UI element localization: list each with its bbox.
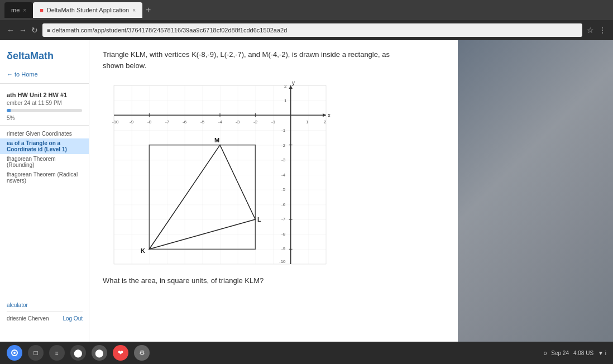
back-to-home-link[interactable]: ← to Home: [0, 69, 89, 80]
x-axis-label: x: [328, 112, 331, 118]
taskbar-icons: □ ≡ ⬤ ⬤ ❤ ⚙: [7, 345, 150, 361]
svg-point-35: [13, 352, 16, 354]
progress-label: 5%: [0, 114, 89, 122]
svg-text:-2: -2: [281, 143, 286, 148]
main-panel: Triangle KLM, with vertices K(-8,-9), L(…: [89, 40, 458, 342]
sidebar-bottom: alculator driesnie Cherven Log Out: [0, 299, 89, 325]
svg-text:-5: -5: [200, 119, 205, 124]
tab-me-close[interactable]: ×: [23, 7, 26, 13]
refresh-button[interactable]: ↻: [31, 26, 38, 35]
sidebar-divider-1: [0, 83, 89, 84]
chrome-icon[interactable]: [7, 345, 22, 361]
svg-text:-10: -10: [112, 119, 119, 124]
tab-deltamath-close[interactable]: ×: [132, 7, 136, 13]
progress-bar: [7, 109, 82, 112]
vertex-k-label: K: [141, 247, 145, 254]
tab-me-label: me: [11, 7, 20, 13]
tab-deltamath[interactable]: ■ DeltaMath Student Application ×: [33, 2, 142, 18]
taskbar-time: 4:08 US: [573, 350, 593, 356]
tab-bar: me × ■ DeltaMath Student Application × +: [0, 0, 613, 20]
address-bar: ← → ↻ ☆ ⋮: [0, 20, 613, 40]
svg-text:1: 1: [306, 119, 309, 124]
svg-text:-1: -1: [271, 119, 276, 124]
svg-text:-9: -9: [130, 119, 134, 124]
sidebar-divider-3: [7, 312, 83, 312]
background-photo: [458, 40, 613, 342]
files-icon[interactable]: □: [28, 345, 44, 361]
sidebar-item-pythagorean-round[interactable]: thagorean Theorem (Rounding): [0, 154, 89, 170]
taskbar: □ ≡ ⬤ ⬤ ❤ ⚙ o Sep 24 4:08 US ▼ i: [0, 342, 613, 364]
svg-text:-4: -4: [218, 119, 223, 124]
svg-text:1: 1: [284, 98, 287, 103]
taskbar-wifi: ▼ i: [598, 350, 606, 356]
heart-icon[interactable]: ❤: [113, 345, 128, 361]
due-date: ember 24 at 11:59 PM: [0, 99, 89, 107]
address-input[interactable]: [42, 23, 582, 37]
graph-container: x y -10 -9 -8 -7 -6 -5 -4 -3 -2 -1 1 2: [103, 80, 337, 270]
svg-text:-8: -8: [147, 119, 152, 124]
sidebar: δeltaMath ← to Home ath HW Unit 2 HW #1 …: [0, 40, 89, 342]
svg-text:-6: -6: [183, 119, 187, 124]
taskbar-right: o Sep 24 4:08 US ▼ i: [544, 350, 606, 356]
app-content: δeltaMath ← to Home ath HW Unit 2 HW #1 …: [0, 40, 458, 342]
answer-question: What is the area, in square units, of tr…: [103, 276, 444, 285]
taskbar-dot: o: [544, 350, 547, 356]
sidebar-user: driesnie Cherven Log Out: [7, 315, 83, 322]
svg-rect-1: [114, 85, 326, 264]
video-icon[interactable]: ⬤: [92, 345, 107, 361]
svg-text:-7: -7: [281, 217, 286, 222]
sidebar-divider-2: [0, 125, 89, 126]
svg-text:2: 2: [324, 119, 327, 124]
settings-icon[interactable]: ⚙: [134, 345, 150, 361]
bookmark-icon[interactable]: ☆: [587, 26, 594, 35]
svg-text:-1: -1: [281, 128, 286, 133]
svg-text:-4: -4: [281, 173, 286, 178]
y-axis-label: y: [292, 80, 295, 86]
svg-text:-6: -6: [281, 202, 286, 207]
browser-chrome: me × ■ DeltaMath Student Application × +…: [0, 0, 613, 40]
new-tab-button[interactable]: +: [146, 5, 151, 15]
apps-icon[interactable]: ≡: [49, 345, 65, 361]
svg-text:-9: -9: [281, 246, 286, 251]
forward-button[interactable]: →: [19, 26, 27, 35]
sidebar-item-pythagorean-radical[interactable]: thagorean Theorem (Radical nswers): [0, 170, 89, 185]
svg-text:-2: -2: [253, 119, 258, 124]
user-name: driesnie Cherven: [7, 315, 49, 322]
back-button[interactable]: ←: [7, 26, 15, 35]
menu-icon[interactable]: ⋮: [598, 26, 606, 35]
vertex-l-label: L: [257, 216, 261, 223]
svg-text:-5: -5: [281, 187, 286, 192]
tab-me[interactable]: me ×: [4, 2, 33, 18]
sidebar-item-perimeter[interactable]: rimeter Given Coordinates: [0, 129, 89, 138]
taskbar-date: Sep 24: [551, 350, 569, 356]
vertex-m-label: M: [214, 137, 219, 143]
svg-text:-7: -7: [165, 119, 170, 124]
svg-text:-8: -8: [281, 232, 286, 237]
hw-title: ath HW Unit 2 HW #1: [0, 87, 89, 99]
logout-link[interactable]: Log Out: [63, 315, 83, 322]
svg-text:2: 2: [284, 84, 287, 89]
question-text: Triangle KLM, with vertices K(-8,-9), L(…: [103, 49, 393, 71]
play-icon[interactable]: ⬤: [70, 345, 86, 361]
progress-fill: [7, 109, 11, 112]
sidebar-logo: δeltaMath: [0, 46, 89, 69]
calculator-link[interactable]: alculator: [7, 302, 83, 308]
svg-text:-3: -3: [281, 157, 286, 162]
coordinate-graph: x y -10 -9 -8 -7 -6 -5 -4 -3 -2 -1 1 2: [103, 80, 337, 270]
svg-text:-10: -10: [279, 259, 286, 264]
svg-text:-3: -3: [236, 119, 240, 124]
tab-deltamath-label: DeltaMath Student Application: [47, 7, 129, 13]
sidebar-item-area[interactable]: ea of a Triangle on a Coordinate id (Lev…: [0, 138, 89, 154]
